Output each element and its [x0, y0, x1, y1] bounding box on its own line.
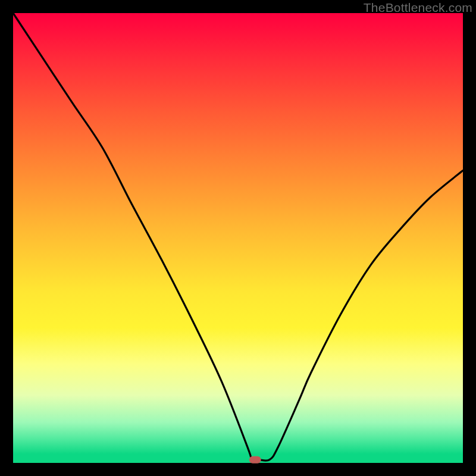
attribution-watermark: TheBottleneck.com — [364, 1, 472, 15]
bottleneck-curve — [13, 13, 463, 461]
curve-layer — [13, 13, 463, 463]
plot-area — [13, 13, 463, 463]
chart-frame: TheBottleneck.com — [0, 0, 476, 476]
optimal-point-marker — [249, 456, 261, 464]
